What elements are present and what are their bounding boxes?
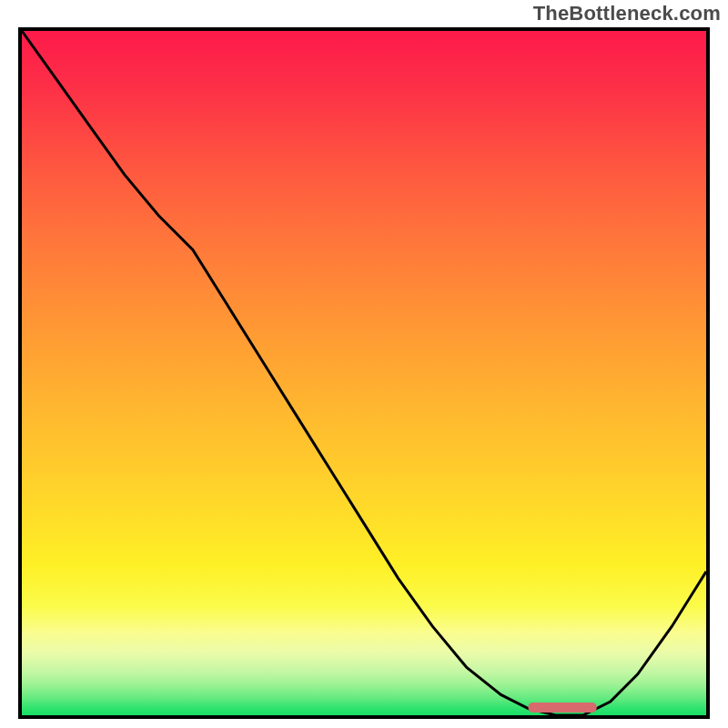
chart-canvas: TheBottleneck.com bbox=[0, 0, 728, 728]
optimal-range-marker bbox=[529, 703, 597, 713]
plot-area bbox=[18, 27, 710, 719]
watermark-text: TheBottleneck.com bbox=[533, 2, 721, 25]
bottleneck-curve-line bbox=[22, 31, 706, 715]
chart-overlay-svg bbox=[22, 31, 706, 715]
